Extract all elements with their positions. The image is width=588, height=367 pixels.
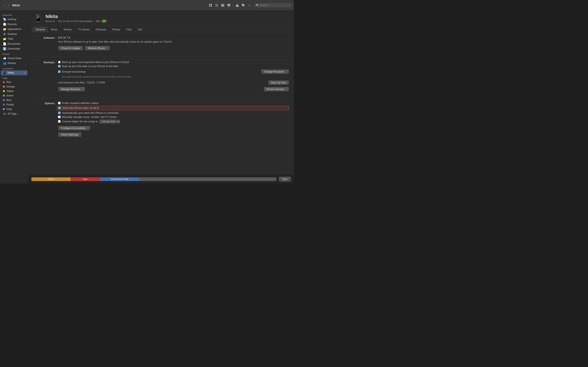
all-tags-icon: 🏷 xyxy=(3,112,6,115)
sidebar-item-tmo[interactable]: 📁 TMO xyxy=(1,36,27,42)
show-wifi-label: Show this iPhone when on Wi-Fi xyxy=(62,107,99,109)
check-update-button[interactable]: Check for Update xyxy=(58,46,83,51)
green-tag-dot xyxy=(3,95,5,97)
sidebar-item-yellow[interactable]: Yellow xyxy=(1,89,27,93)
tab-music[interactable]: Music xyxy=(48,27,61,32)
sidebar-item-documents[interactable]: 📄 Documents xyxy=(1,42,27,46)
back-up-now-button[interactable]: Back Up Now xyxy=(268,80,289,85)
eject-icon[interactable]: ⏏ xyxy=(24,72,26,74)
device-storage: 251.15 GB (179.88 GB Available) xyxy=(58,20,93,22)
storage-seg-apps: Apps xyxy=(71,177,100,181)
restore-backup-button[interactable]: Restore Backup... xyxy=(264,87,289,92)
sidebar-item-green[interactable]: Green xyxy=(1,93,27,98)
share-button[interactable] xyxy=(234,3,240,8)
tab-info[interactable]: Info xyxy=(135,27,145,32)
device-battery: 88% xyxy=(96,20,100,22)
backup-action-row: Manage Backups... Restore Backup... xyxy=(58,87,289,92)
tab-content-general: Software: iOS 16.7.9 Your iPhone softwar… xyxy=(29,32,294,175)
sidebar-item-icloud-drive[interactable]: ☁️ iCloud Drive xyxy=(1,56,27,61)
back-button[interactable]: ‹ xyxy=(3,3,6,8)
software-label: Software: xyxy=(34,36,58,39)
change-password-button[interactable]: Change Password... xyxy=(261,69,289,74)
tab-general[interactable]: General xyxy=(33,27,48,32)
sidebar-item-airdrop[interactable]: 📡 AirDrop xyxy=(1,17,27,22)
forward-button[interactable]: › xyxy=(7,3,10,8)
sidebar-item-desktop[interactable]: 🖥 Desktop xyxy=(1,32,27,36)
manually-manage-checkbox[interactable] xyxy=(58,116,61,118)
tab-podcasts[interactable]: Podcasts xyxy=(93,27,109,32)
icon-view-button[interactable] xyxy=(208,3,213,8)
sidebar-item-orange[interactable]: Orange xyxy=(1,84,27,89)
sidebar-item-gray[interactable]: Gray xyxy=(1,107,27,111)
auto-sync-checkbox[interactable] xyxy=(58,111,61,114)
battery-charging-icon: ⚡ xyxy=(102,20,107,23)
icloud-section-label: iCloud xyxy=(0,51,28,56)
sidebar-item-purple[interactable]: Purple xyxy=(1,102,27,107)
svg-point-14 xyxy=(242,4,243,5)
storage-seg-apps-label: Apps xyxy=(83,178,87,180)
prefer-sd-checkbox[interactable] xyxy=(58,102,61,104)
sidebar-item-all-tags[interactable]: 🏷 All Tags... xyxy=(1,111,27,116)
search-icon: 🔍 xyxy=(256,4,259,7)
sidebar-item-label-icloud: iCloud Drive xyxy=(8,57,21,60)
tag-button[interactable] xyxy=(241,3,246,8)
shared-icon: 👥 xyxy=(3,62,6,65)
backup-mac-row: Back up all of the data on your iPhone t… xyxy=(58,65,289,68)
options-row: Options: Prefer standard definition vide… xyxy=(34,102,289,137)
tabs-bar: General Music Movies TV Shows Podcasts P… xyxy=(29,25,294,32)
sidebar-item-blue[interactable]: Blue xyxy=(1,98,27,102)
options-label: Options: xyxy=(34,102,58,105)
purple-tag-dot xyxy=(3,104,5,106)
sidebar-item-recents[interactable]: 🕐 Recents xyxy=(1,22,27,27)
convert-bitrate-checkbox[interactable] xyxy=(58,120,61,123)
backup-mac-radio[interactable] xyxy=(58,65,61,67)
encrypt-backup-checkbox[interactable] xyxy=(58,70,61,73)
nav-buttons: ‹ › xyxy=(3,3,10,8)
tab-tv-shows[interactable]: TV Shows xyxy=(75,27,93,32)
favorites-section-label: Favorites xyxy=(0,12,28,17)
gray-tag-dot xyxy=(3,108,5,110)
gallery-view-button[interactable] xyxy=(226,3,232,8)
search-box[interactable]: 🔍 xyxy=(254,3,291,7)
tab-files[interactable]: Files xyxy=(123,27,135,32)
yellow-tag-label: Yellow xyxy=(6,90,14,92)
software-btn-row: Check for Update Restore iPhone... xyxy=(58,46,289,51)
bitrate-select[interactable]: 128 kbps AAC 256 kbps AAC 192 kbps MP3 xyxy=(99,120,120,123)
convert-bitrate-row: Convert higher bit rate songs to 128 kbp… xyxy=(58,120,289,123)
configure-accessibility-button[interactable]: Configure Accessibility... xyxy=(58,126,90,131)
tab-movies[interactable]: Movies xyxy=(61,27,75,32)
sidebar-item-label-downloads: Downloads xyxy=(8,47,20,50)
sidebar-item-downloads[interactable]: ⬇️ Downloads xyxy=(1,46,27,51)
sidebar-item-red[interactable]: Red xyxy=(1,80,27,84)
column-view-button[interactable] xyxy=(220,3,226,8)
auto-sync-label: Automatically sync when this iPhone is c… xyxy=(62,111,118,114)
show-wifi-checkbox[interactable] xyxy=(58,107,61,109)
backup-icloud-radio[interactable] xyxy=(58,61,61,63)
storage-seg-empty xyxy=(139,177,277,181)
list-view-button[interactable] xyxy=(214,3,219,8)
svg-rect-7 xyxy=(221,4,222,7)
sidebar-item-nikita[interactable]: 📱 Nikita ⏏ xyxy=(1,70,27,75)
manage-backups-button[interactable]: Manage Backups... xyxy=(58,87,85,92)
software-content: iOS 16.7.9 Your iPhone software is up to… xyxy=(58,36,289,51)
sidebar-item-applications[interactable]: 📁 Applications xyxy=(1,27,27,32)
gray-tag-label: Gray xyxy=(6,108,12,110)
sync-button[interactable]: Sync xyxy=(279,176,291,182)
last-backup-text: Last backup to this Mac: 7/22/24, 7:21PM xyxy=(58,81,105,85)
search-input[interactable] xyxy=(260,4,290,7)
reset-warnings-button[interactable]: Reset Warnings xyxy=(58,132,81,137)
encrypt-note: Encrypted backups protect passwords and … xyxy=(62,75,289,78)
spacer xyxy=(87,87,262,92)
action-button[interactable] xyxy=(247,3,252,8)
desktop-icon: 🖥 xyxy=(3,33,6,36)
backups-label: Backups: xyxy=(34,61,58,64)
storage-bar-area: Photos Apps Documents & Data Sync xyxy=(29,175,294,184)
sidebar-item-shared[interactable]: 👥 Shared xyxy=(1,61,27,66)
tab-photos[interactable]: Photos xyxy=(109,27,123,32)
software-row: Software: iOS 16.7.9 Your iPhone softwar… xyxy=(34,36,289,51)
tags-section-label: Tags xyxy=(0,75,28,80)
svg-point-17 xyxy=(249,5,249,6)
svg-rect-11 xyxy=(227,6,228,7)
restore-iphone-button[interactable]: Restore iPhone... xyxy=(85,46,110,51)
svg-rect-13 xyxy=(229,6,230,7)
